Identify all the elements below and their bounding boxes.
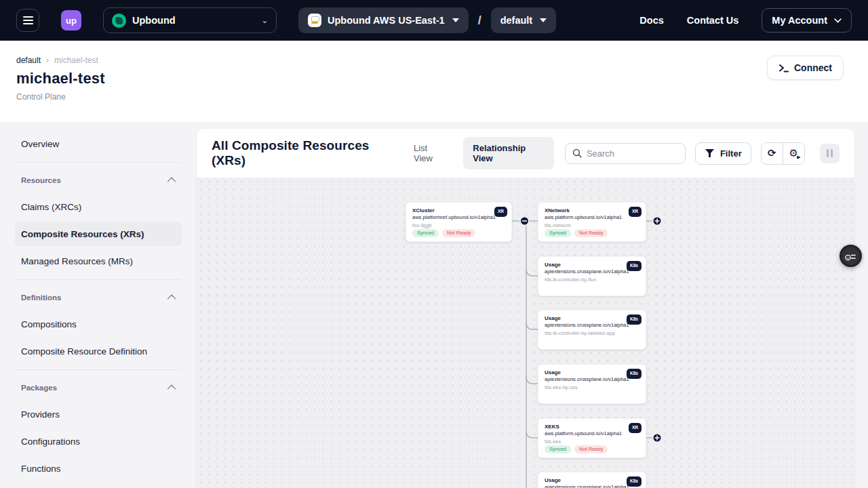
graph-node-usage-bottom[interactable]: K8s Usage apiextensions.crossplane.io/v1… [538,472,646,488]
main-panel: All Composite Resources (XRs) List View … [197,129,854,488]
sidebar-item-overview[interactable]: Overview [15,131,182,156]
organization-dropdown-label: Upbound [132,15,176,26]
sidebar-item-functions[interactable]: Functions [15,456,182,481]
control-plane-path: Upbound AWS US-East-1 / default [298,7,556,33]
breadcrumb: default › michael-test [16,56,852,65]
sidebar-item-managed-resources[interactable]: Managed Resources (MRs) [15,249,182,273]
contact-us-link[interactable]: Contact Us [687,15,739,26]
graph-legend-toggle-button[interactable] [840,245,862,267]
collapse-node-button[interactable] [520,217,529,226]
node-resource-name: fds-eks-by-oss [545,384,639,390]
node-kind-badge: XR [629,207,642,217]
node-kind-badge: K8s [627,369,642,379]
pause-button[interactable] [820,144,840,163]
connect-button[interactable]: Connect [767,56,844,80]
sidebar-item-claims[interactable]: Claims (XRCs) [15,195,182,219]
pause-icon [827,149,829,157]
sidebar-section-packages[interactable]: Packages [15,376,182,399]
docs-link[interactable]: Docs [639,15,663,26]
node-kind-badge: XR [494,207,507,217]
graph-node-usage-eks-oss[interactable]: K8s Usage apiextensions.crossplane.io/v1… [538,364,646,404]
group-dropdown-label: default [500,15,533,26]
node-kind-badge: K8s [627,314,642,325]
sidebar: Overview Resources Claims (XRCs) Composi… [0,122,197,488]
sidebar-item-composite-resources[interactable]: Composite Resources (XRs) [15,222,182,246]
status-badge-not-ready: Not Ready [442,229,475,238]
node-title: Usage [545,369,639,376]
node-kind-badge: K8s [627,476,642,487]
page-title: michael-test [16,70,852,87]
breadcrumb-root[interactable]: default [16,56,41,65]
sidebar-item-providers[interactable]: Providers [15,402,182,426]
node-title: Usage [545,262,639,268]
sidebar-item-compositions[interactable]: Compositions [15,312,182,336]
chevron-right-icon: › [46,56,49,65]
expand-node-button[interactable] [653,217,662,226]
status-badge-synced: Synced [412,229,439,238]
node-title: Usage [545,315,639,322]
graph-node-usage-flux[interactable]: K8s Usage apiextensions.crossplane.io/v1… [538,256,646,296]
organization-dropdown[interactable]: Upbound ⌄ [103,7,277,33]
page-header: default › michael-test michael-test Cont… [0,41,868,122]
expand-node-button[interactable] [653,434,662,443]
my-account-label: My Account [772,15,827,26]
node-api-version: apiextensions.crossplane.io/v1alpha1 [545,268,639,274]
sidebar-section-resources[interactable]: Resources [15,169,182,192]
node-api-version: aws.platform.upbound.io/v1alpha1 [545,214,639,220]
top-navbar: up Upbound ⌄ Upbound AWS US-East-1 / def… [0,0,868,41]
relationship-graph-canvas[interactable]: XR XCluster aws.platformref.upbound.io/v… [197,178,854,488]
tab-relationship-view[interactable]: Relationship View [463,137,554,169]
filter-label: Filter [720,148,742,159]
search-box[interactable] [565,143,686,164]
node-resource-name: fds-lb-controller-by-flux [545,277,639,283]
section-label: Packages [21,384,57,392]
status-badge-not-ready: Not Ready [574,445,608,454]
search-icon [572,148,582,158]
section-label: Resources [21,176,61,184]
hamburger-menu-button[interactable] [16,9,39,32]
triangle-down-icon [452,18,459,22]
filter-button[interactable]: Filter [695,142,751,165]
page-subtitle: Control Plane [16,92,852,102]
tab-list-view[interactable]: List View [407,138,454,169]
refresh-button[interactable]: ⟳ [762,143,783,164]
sidebar-section-definitions[interactable]: Definitions [15,286,182,309]
node-resource-name: fds-network [545,222,639,228]
graph-node-xeks[interactable]: XR XEKS aws.platform.upbound.io/v1alpha1… [538,418,646,458]
sidebar-item-composite-resource-definition[interactable]: Composite Resource Definition [15,339,182,363]
group-dropdown[interactable]: default [491,7,557,33]
my-account-dropdown[interactable]: My Account [762,8,852,33]
divider [16,369,181,370]
node-api-version: apiextensions.crossplane.io/v1alpha1 [545,322,639,328]
node-api-version: aws.platform.upbound.io/v1alpha1 [545,430,639,436]
chevron-up-icon [167,384,176,393]
node-api-version: apiextensions.crossplane.io/v1alpha1 [545,376,639,382]
graph-node-usage-labeled-app[interactable]: K8s Usage apiextensions.crossplane.io/v1… [538,310,646,350]
control-plane-icon [308,14,321,27]
search-input[interactable] [587,148,675,159]
node-resource-name: fds-eks [545,439,639,445]
legend-icon [844,249,857,262]
control-plane-dropdown[interactable]: Upbound AWS US-East-1 [298,7,469,33]
graph-node-xnetwork[interactable]: XR XNetwork aws.platform.upbound.io/v1al… [538,202,646,242]
node-title: XEKS [545,424,639,430]
control-plane-dropdown-label: Upbound AWS US-East-1 [328,15,445,26]
graph-node-xcluster[interactable]: XR XCluster aws.platformref.upbound.io/v… [406,202,512,242]
node-title: Usage [545,477,639,484]
node-resource-name: foo-6jgjb [412,222,505,228]
upbound-logo[interactable]: up [61,10,81,30]
organization-icon [112,14,126,28]
triangle-down-icon [540,18,547,22]
refresh-icon: ⟳ [768,147,776,159]
sidebar-item-configurations[interactable]: Configurations [15,429,182,453]
node-title: XCluster [412,207,505,214]
run-automation-button[interactable]: ⚙▶ [783,143,804,164]
node-kind-badge: K8s [627,261,642,271]
play-icon: ▶ [797,155,800,160]
graph-edges [197,178,854,488]
connect-label: Connect [794,62,832,73]
node-kind-badge: XR [629,423,642,433]
hamburger-icon [23,16,33,18]
node-api-version: apiextensions.crossplane.io/v1alpha1 [545,484,639,488]
node-api-version: aws.platformref.upbound.io/v1alpha1 [412,214,505,220]
